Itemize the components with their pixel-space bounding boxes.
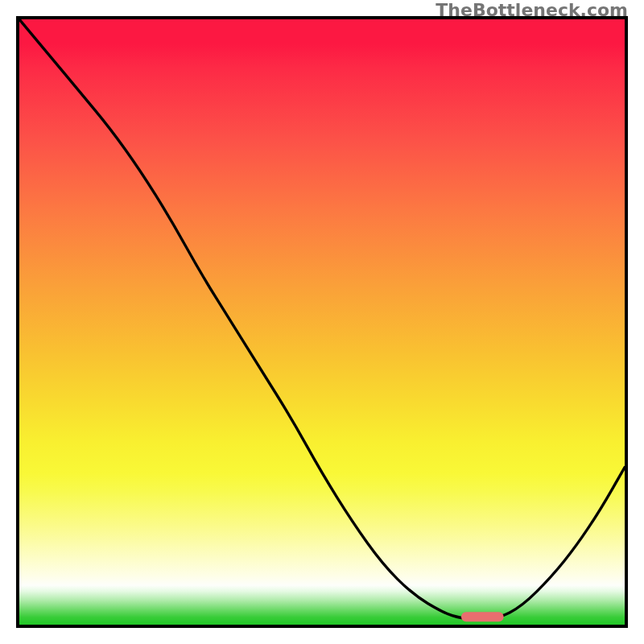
- chart-container: TheBottleneck.com: [0, 0, 644, 644]
- chart-svg: [19, 19, 625, 625]
- curve-line: [19, 19, 625, 618]
- chart-plot-area: [16, 16, 628, 628]
- marker-capsule: [461, 612, 504, 621]
